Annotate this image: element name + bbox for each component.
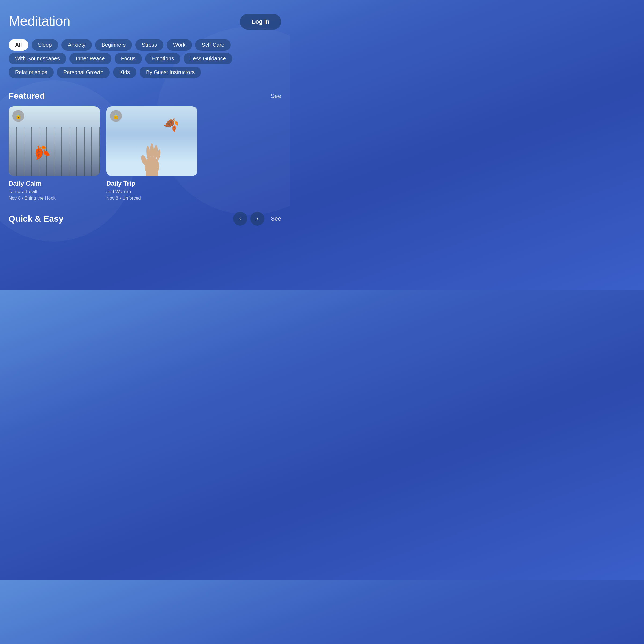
header: Meditation Log in <box>9 13 281 30</box>
featured-title: Featured <box>9 91 45 101</box>
leaf-icon-1: 🍂 <box>30 142 52 163</box>
featured-see-link[interactable]: See <box>271 93 281 100</box>
next-button[interactable]: › <box>250 212 264 226</box>
prev-button[interactable]: ‹ <box>233 212 247 226</box>
featured-header: Featured See <box>9 91 281 101</box>
login-button[interactable]: Log in <box>240 14 281 30</box>
chip-kids[interactable]: Kids <box>113 67 136 78</box>
filters-section: AllSleepAnxietyBeginnersStressWorkSelf-C… <box>9 39 281 78</box>
card-daily-trip-image: 🔒 🍂 <box>106 106 197 176</box>
chip-less-guidance[interactable]: Less Guidance <box>184 53 232 64</box>
svg-rect-6 <box>146 171 158 176</box>
card-daily-calm-title: Daily Calm <box>9 180 100 187</box>
chip-beginners[interactable]: Beginners <box>95 39 132 51</box>
chip-guest-instructors[interactable]: By Guest Instructors <box>140 67 201 78</box>
chip-work[interactable]: Work <box>167 39 192 51</box>
chip-stress[interactable]: Stress <box>135 39 163 51</box>
card-daily-trip-instructor: Jeff Warren <box>106 189 197 195</box>
chip-emotions[interactable]: Emotions <box>145 53 180 64</box>
filter-row-3: RelationshipsPersonal GrowthKidsBy Guest… <box>9 67 281 78</box>
card-daily-trip-title: Daily Trip <box>106 180 197 187</box>
card-daily-calm-meta: Nov 8 • Biting the Hook <box>9 196 100 201</box>
chip-sleep[interactable]: Sleep <box>32 39 58 51</box>
nav-buttons: ‹ › See <box>233 212 281 226</box>
card-daily-trip-meta: Nov 8 • Unforced <box>106 196 197 201</box>
svg-point-3 <box>150 143 154 160</box>
app-title: Meditation <box>9 13 70 29</box>
quick-easy-title: Quick & Easy <box>9 214 64 224</box>
chip-relationships[interactable]: Relationships <box>9 67 54 78</box>
chip-self-care[interactable]: Self-Care <box>195 39 230 51</box>
quick-easy-header: Quick & Easy ‹ › See <box>9 212 281 226</box>
chip-all[interactable]: All <box>9 39 28 51</box>
chip-inner-peace[interactable]: Inner Peace <box>69 53 111 64</box>
filter-row-1: AllSleepAnxietyBeginnersStressWorkSelf-C… <box>9 39 281 51</box>
chip-focus[interactable]: Focus <box>115 53 142 64</box>
card-daily-calm-instructor: Tamara Levitt <box>9 189 100 195</box>
chip-with-soundscapes[interactable]: With Soundscapes <box>9 53 66 64</box>
chip-anxiety[interactable]: Anxiety <box>61 39 92 51</box>
chip-personal-growth[interactable]: Personal Growth <box>57 67 110 78</box>
hand-svg <box>136 128 168 176</box>
featured-cards: 🔒 🍂 Daily Calm Tamara Levitt Nov 8 • Bit… <box>9 106 281 201</box>
filter-row-2: With SoundscapesInner PeaceFocusEmotions… <box>9 53 281 64</box>
card-daily-trip-lock: 🔒 <box>110 110 122 122</box>
card-daily-trip[interactable]: 🔒 🍂 <box>106 106 197 201</box>
card-daily-calm[interactable]: 🔒 🍂 Daily Calm Tamara Levitt Nov 8 • Bit… <box>9 106 100 201</box>
quick-easy-see-link[interactable]: See <box>271 215 281 222</box>
card-daily-calm-image: 🔒 🍂 <box>9 106 100 176</box>
card-daily-calm-lock: 🔒 <box>12 110 24 122</box>
